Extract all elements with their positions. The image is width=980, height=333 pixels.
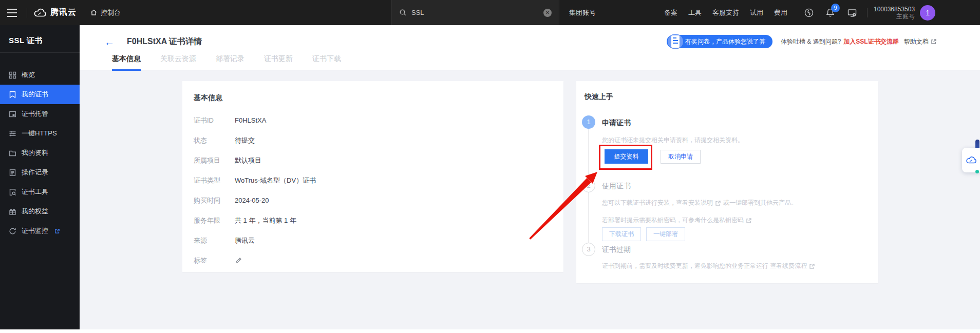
tab-associated-resources[interactable]: 关联云资源 bbox=[160, 54, 196, 71]
basic-info-title: 基本信息 bbox=[194, 93, 563, 103]
step-2-desc-line1: 您可以下载证书进行安装，查看安装说明 或一键部署到其他云产品。 bbox=[602, 199, 797, 207]
avatar[interactable]: 1 bbox=[920, 5, 935, 21]
cancel-application-button[interactable]: 取消申请 bbox=[661, 150, 701, 164]
nav-support[interactable]: 客服支持 bbox=[712, 8, 739, 17]
step-2-buttons: 下载证书 一键部署 bbox=[602, 227, 685, 241]
nav-group-account[interactable]: 集团账号 bbox=[569, 0, 596, 25]
topbar: 腾讯云 控制台 SSL ✕ 集团账号 备案 工具 客服支持 试用 费用 9 10… bbox=[0, 0, 980, 25]
survey-banner-text: 有奖问卷，产品体验您说了算 bbox=[685, 38, 765, 45]
download-cert-button[interactable]: 下载证书 bbox=[602, 227, 641, 241]
external-link-icon[interactable] bbox=[809, 263, 815, 269]
certificate-icon bbox=[9, 91, 16, 99]
sidebar-item-label: 证书监控 bbox=[22, 226, 48, 236]
step-1-circle: 1 bbox=[582, 115, 595, 129]
nav-icp-filing[interactable]: 备案 bbox=[664, 8, 677, 17]
step-connector bbox=[588, 129, 589, 179]
sidebar-item-my-materials[interactable]: 我的资料 bbox=[0, 143, 80, 163]
survey-banner[interactable]: 有奖问卷，产品体验您说了算 bbox=[667, 35, 772, 48]
search-icon bbox=[399, 9, 407, 16]
help-doc-label: 帮助文档 bbox=[904, 37, 929, 46]
highlight-red-box bbox=[599, 145, 652, 170]
nav-billing[interactable]: 费用 bbox=[774, 8, 787, 17]
home-icon bbox=[90, 9, 98, 16]
sidebar-menu: 概览 我的证书 证书托管 一键HTTPS 我的资料 操作记录 证书工具 我的权 bbox=[0, 65, 80, 241]
sidebar-item-label: 操作记录 bbox=[22, 168, 48, 177]
external-link-icon[interactable] bbox=[746, 218, 752, 224]
account-id: 100036853503 bbox=[874, 6, 915, 13]
quick-start-card: 快速上手 1 申请证书 您的证书还未提交相关申请资料，请提交相关资料。 提交资料… bbox=[576, 81, 878, 283]
sidebar-item-label: 证书工具 bbox=[22, 187, 48, 197]
step-2-title: 使用证书 bbox=[602, 182, 631, 191]
join-group-link[interactable]: 加入SSL证书交流群 bbox=[843, 37, 898, 46]
step-3-desc: 证书到期前，需要及时续费更新，避免影响您的业务正常运行 查看续费流程 bbox=[602, 262, 815, 270]
folder-icon bbox=[9, 149, 16, 157]
info-row-service-years: 服务年限 共 1 年，当前第 1 年 bbox=[194, 217, 563, 224]
document-lines-icon bbox=[9, 169, 16, 177]
hamburger-menu-icon[interactable] bbox=[0, 0, 24, 25]
sidebar: SSL 证书 概览 我的证书 证书托管 一键HTTPS 我的资料 操作记录 bbox=[0, 0, 80, 329]
clear-search-icon[interactable]: ✕ bbox=[543, 9, 552, 17]
sidebar-divider bbox=[0, 52, 80, 53]
survey-doc-icon bbox=[671, 35, 680, 48]
sliders-icon bbox=[9, 130, 16, 138]
tab-deploy-records[interactable]: 部署记录 bbox=[216, 54, 244, 71]
tab-bar: 基本信息 关联云资源 部署记录 证书更新 证书下载 bbox=[112, 54, 341, 71]
one-click-deploy-button[interactable]: 一键部署 bbox=[646, 227, 685, 241]
step-3-title: 证书过期 bbox=[602, 245, 631, 254]
back-button[interactable]: ← bbox=[104, 35, 115, 49]
tencent-cloud-logo[interactable]: 腾讯云 bbox=[33, 7, 77, 18]
tab-basic-info[interactable]: 基本信息 bbox=[112, 54, 141, 71]
sidebar-item-overview[interactable]: 概览 bbox=[0, 65, 80, 85]
topbar-divider bbox=[867, 8, 868, 17]
sidebar-item-label: 我的资料 bbox=[22, 148, 48, 158]
sidebar-item-label: 证书托管 bbox=[22, 109, 48, 119]
nav-tools[interactable]: 工具 bbox=[688, 8, 702, 17]
step-3-circle: 3 bbox=[582, 243, 595, 256]
grid-icon bbox=[9, 71, 16, 79]
external-link-icon[interactable] bbox=[715, 200, 721, 206]
info-row-cert-id: 证书ID F0HLStXA bbox=[194, 116, 563, 124]
step-2-circle: 2 bbox=[582, 179, 595, 192]
sidebar-item-my-certificates[interactable]: 我的证书 bbox=[0, 85, 80, 104]
notification-bell-icon[interactable]: 9 bbox=[825, 8, 836, 18]
info-row-purchase-time: 购买时间 2024-05-20 bbox=[194, 197, 563, 204]
sidebar-item-my-benefits[interactable]: 我的权益 bbox=[0, 202, 80, 221]
brand-name: 腾讯云 bbox=[50, 7, 77, 18]
feedback-text: 体验吐槽 & 遇到问题? bbox=[781, 37, 841, 46]
tab-cert-download[interactable]: 证书下载 bbox=[312, 54, 341, 71]
console-link[interactable]: 控制台 bbox=[90, 8, 121, 17]
assistant-widget[interactable] bbox=[962, 148, 980, 172]
header-right: 有奖问卷，产品体验您说了算 体验吐槽 & 遇到问题? 加入SSL证书交流群 帮助… bbox=[667, 35, 937, 48]
search-input-value[interactable]: SSL bbox=[411, 9, 543, 16]
topbar-nav: 备案 工具 客服支持 试用 费用 9 100036853503 主账号 1 bbox=[664, 0, 941, 25]
sidebar-item-operation-log[interactable]: 操作记录 bbox=[0, 163, 80, 182]
sidebar-item-cert-monitor[interactable]: 证书监控 bbox=[0, 221, 80, 241]
notification-count-badge: 9 bbox=[831, 4, 840, 12]
page-title: F0HLStXA 证书详情 bbox=[127, 36, 202, 47]
console-settings-icon[interactable] bbox=[847, 8, 857, 18]
cloud-logo-icon bbox=[33, 8, 47, 18]
help-doc-link[interactable]: 帮助文档 bbox=[904, 37, 937, 46]
sidebar-item-one-click-https[interactable]: 一键HTTPS bbox=[0, 124, 80, 143]
sidebar-item-label: 我的证书 bbox=[22, 90, 48, 99]
info-row-source: 来源 腾讯云 bbox=[194, 237, 563, 244]
page-header: ← F0HLStXA 证书详情 有奖问卷，产品体验您说了算 体验吐槽 & 遇到问… bbox=[80, 29, 980, 70]
step-2-desc-line2: 若部署时提示需要私钥密码，可参考什么是私钥密码 bbox=[602, 216, 752, 225]
edit-tags-pencil-icon[interactable] bbox=[235, 257, 242, 264]
basic-info-card: 基本信息 证书ID F0HLStXA 状态 待提交 所属项目 默认项目 证书类型… bbox=[182, 81, 563, 272]
info-row-status: 状态 待提交 bbox=[194, 136, 563, 144]
sidebar-item-label: 概览 bbox=[22, 70, 35, 80]
step-connector bbox=[588, 192, 589, 243]
sidebar-item-label: 一键HTTPS bbox=[22, 129, 57, 138]
sidebar-item-cert-hosting[interactable]: 证书托管 bbox=[0, 104, 80, 124]
nav-trial[interactable]: 试用 bbox=[750, 8, 763, 17]
sidebar-item-cert-tools[interactable]: 证书工具 bbox=[0, 182, 80, 202]
step-1-title: 申请证书 bbox=[602, 119, 631, 128]
workorder-icon[interactable] bbox=[804, 8, 814, 18]
gift-icon bbox=[9, 208, 16, 216]
external-link-icon bbox=[54, 228, 60, 234]
assistant-cloud-icon bbox=[966, 155, 977, 165]
account-info[interactable]: 100036853503 主账号 bbox=[874, 6, 915, 20]
tab-cert-renewal[interactable]: 证书更新 bbox=[264, 54, 293, 71]
search-box[interactable]: SSL ✕ bbox=[391, 0, 559, 25]
